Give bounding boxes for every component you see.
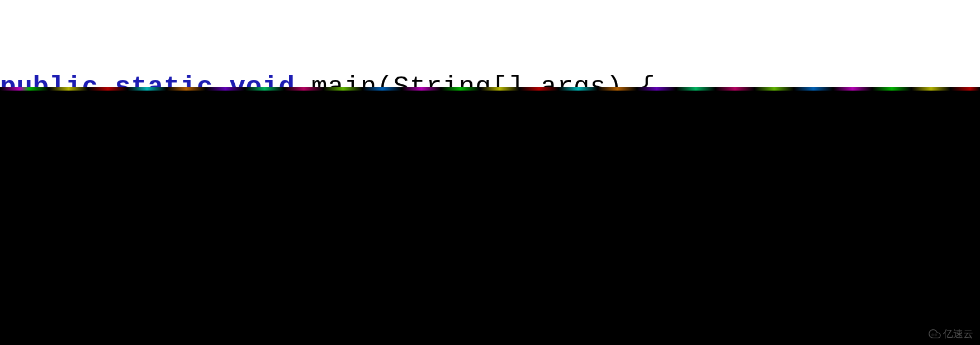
watermark-text: 亿速云 [943, 327, 973, 341]
watermark: 亿速云 [929, 327, 973, 341]
svg-point-1 [935, 334, 937, 336]
svg-point-0 [932, 334, 934, 336]
cloud-icon [929, 328, 941, 340]
compression-artifact-line [0, 87, 980, 91]
obscured-region [0, 87, 980, 345]
